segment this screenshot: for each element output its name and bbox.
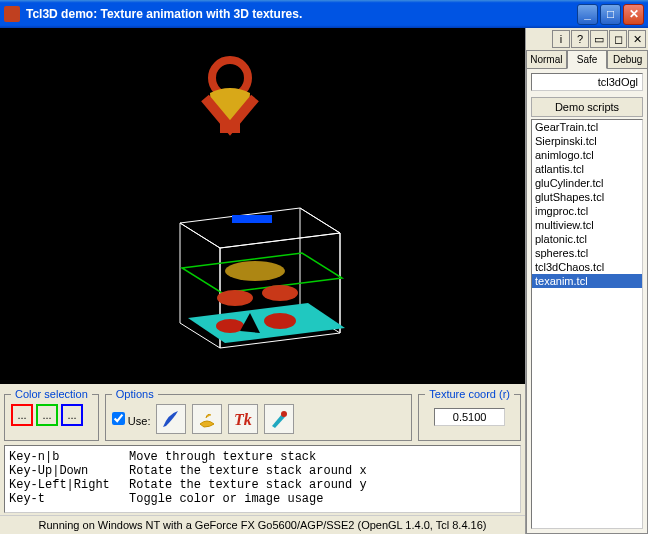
texture-cube (160, 193, 360, 363)
svg-rect-6 (232, 215, 272, 223)
list-item[interactable]: imgproc.tcl (532, 204, 642, 218)
svg-point-10 (262, 285, 298, 301)
tab-normal[interactable]: Normal (526, 50, 567, 69)
color-blue-button[interactable]: ... (61, 404, 83, 426)
svg-text:Tk: Tk (234, 411, 252, 428)
package-input[interactable]: tcl3dOgl (531, 73, 643, 91)
toolbar-btn-1[interactable]: ? (571, 30, 589, 48)
options-group: Options Use: Tk (105, 388, 413, 441)
svg-point-9 (217, 290, 253, 306)
texture-coord-value: 0.5100 (434, 408, 506, 426)
list-item[interactable]: multiview.tcl (532, 218, 642, 232)
use-checkbox[interactable] (112, 412, 125, 425)
list-item[interactable]: platonic.tcl (532, 232, 642, 246)
list-item[interactable]: spheres.tcl (532, 246, 642, 260)
minimize-button[interactable]: _ (577, 4, 598, 25)
list-item[interactable]: GearTrain.tcl (532, 120, 642, 134)
close-button[interactable]: ✕ (623, 4, 644, 25)
help-text: Key-n|bMove through texture stack Key-Up… (4, 445, 521, 513)
list-item[interactable]: tcl3dChaos.tcl (532, 260, 642, 274)
opengl-viewport[interactable] (0, 28, 525, 384)
script-listbox[interactable]: GearTrain.tclSierpinski.tclanimlogo.tcla… (531, 119, 643, 529)
list-item[interactable]: gluCylinder.tcl (532, 176, 642, 190)
color-green-button[interactable]: ... (36, 404, 58, 426)
toolbar-btn-4[interactable]: ✕ (628, 30, 646, 48)
toolbar-btn-3[interactable]: ◻ (609, 30, 627, 48)
toolbar-btn-2[interactable]: ▭ (590, 30, 608, 48)
demo-scripts-label: Demo scripts (531, 97, 643, 117)
titlebar: Tcl3D demo: Texture animation with 3D te… (0, 0, 648, 28)
svg-point-15 (281, 411, 287, 417)
color-selection-group: Color selection ... ... ... (4, 388, 99, 441)
side-panel: i?▭◻✕ NormalSafeDebug tcl3dOgl Demo scri… (525, 28, 648, 534)
tab-safe[interactable]: Safe (567, 50, 608, 69)
status-bar: Running on Windows NT with a GeForce FX … (0, 515, 525, 534)
list-item[interactable]: Sierpinski.tcl (532, 134, 642, 148)
window-title: Tcl3D demo: Texture animation with 3D te… (26, 7, 577, 21)
lamp-icon[interactable] (192, 404, 222, 434)
list-item[interactable]: atlantis.tcl (532, 162, 642, 176)
app-icon (4, 6, 20, 22)
svg-point-12 (216, 319, 244, 333)
texture-coord-group: Texture coord (r) 0.5100 (418, 388, 521, 441)
svg-point-13 (264, 313, 296, 329)
svg-marker-2 (180, 208, 340, 248)
tab-debug[interactable]: Debug (607, 50, 648, 69)
projected-texture (170, 48, 290, 148)
list-item[interactable]: texanim.tcl (532, 274, 642, 288)
toolbar-btn-0[interactable]: i (552, 30, 570, 48)
list-item[interactable]: animlogo.tcl (532, 148, 642, 162)
controls-row: Color selection ... ... ... Options Use:… (0, 384, 525, 445)
svg-point-8 (225, 261, 285, 281)
color-red-button[interactable]: ... (11, 404, 33, 426)
svg-rect-1 (220, 123, 240, 133)
tk-logo-icon[interactable]: Tk (228, 404, 258, 434)
feather-icon[interactable] (156, 404, 186, 434)
brush-icon[interactable] (264, 404, 294, 434)
maximize-button[interactable]: □ (600, 4, 621, 25)
use-checkbox-label[interactable]: Use: (112, 412, 151, 427)
list-item[interactable]: glutShapes.tcl (532, 190, 642, 204)
